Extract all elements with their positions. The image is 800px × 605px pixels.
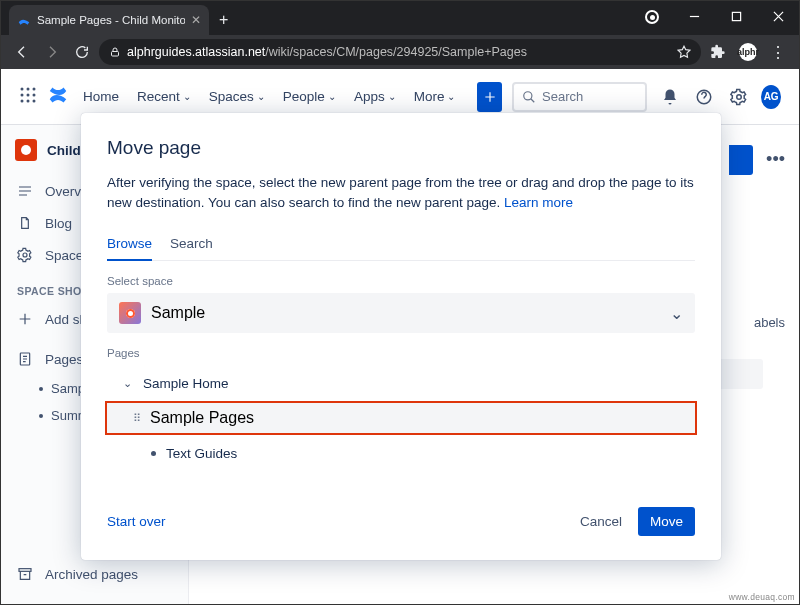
- drag-handle-icon[interactable]: ⠿: [133, 412, 142, 425]
- search-placeholder: Search: [542, 89, 583, 104]
- nav-people[interactable]: People⌄: [279, 83, 340, 110]
- svg-point-4: [33, 87, 36, 90]
- url-host: alphrguides.atlassian.net: [127, 45, 265, 59]
- svg-rect-1: [112, 52, 119, 57]
- svg-point-2: [21, 87, 24, 90]
- dialog-description: After verifying the space, select the ne…: [107, 173, 695, 212]
- svg-point-8: [21, 99, 24, 102]
- chevron-down-icon: ⌄: [328, 91, 336, 102]
- tree-item-selected-highlight: ⠿ Sample Pages: [105, 401, 697, 435]
- bookmark-star-icon[interactable]: [677, 45, 691, 59]
- browser-titlebar: Sample Pages - Child Monitoring ✕ +: [1, 1, 799, 35]
- nav-home[interactable]: Home: [79, 83, 123, 110]
- tab-title: Sample Pages - Child Monitoring: [37, 14, 185, 26]
- url-input[interactable]: alphrguides.atlassian.net/wiki/spaces/CM…: [99, 39, 701, 65]
- search-icon: [522, 90, 536, 104]
- watermark: www.deuaq.com: [729, 592, 795, 602]
- space-select[interactable]: Sample ⌄: [107, 293, 695, 333]
- page-tree: ⌄ Sample Home ⠿ Sample Pages Text Guides: [107, 367, 695, 469]
- selected-space-value: Sample: [151, 304, 205, 322]
- settings-gear-icon[interactable]: [727, 82, 752, 112]
- nav-apps[interactable]: Apps⌄: [350, 83, 400, 110]
- confluence-favicon: [17, 13, 31, 27]
- chevron-down-icon: ⌄: [183, 91, 191, 102]
- chevron-down-icon[interactable]: ⌄: [123, 377, 135, 390]
- svg-point-6: [27, 93, 30, 96]
- svg-point-5: [21, 93, 24, 96]
- select-space-label: Select space: [107, 275, 695, 287]
- browser-address-bar: alphrguides.atlassian.net/wiki/spaces/CM…: [1, 35, 799, 69]
- browser-menu-icon[interactable]: ⋮: [765, 39, 791, 65]
- move-button[interactable]: Move: [638, 507, 695, 536]
- tab-browse[interactable]: Browse: [107, 228, 152, 261]
- svg-point-3: [27, 87, 30, 90]
- cancel-button[interactable]: Cancel: [570, 508, 632, 535]
- nav-spaces[interactable]: Spaces⌄: [205, 83, 269, 110]
- reload-button[interactable]: [69, 39, 95, 65]
- dialog-title: Move page: [107, 137, 695, 159]
- move-page-dialog: Move page After verifying the space, sel…: [81, 113, 721, 560]
- notifications-icon[interactable]: [657, 82, 682, 112]
- tree-item-sample-home[interactable]: ⌄ Sample Home: [107, 367, 695, 399]
- svg-point-7: [33, 93, 36, 96]
- lock-icon: [109, 46, 121, 58]
- tree-item-text-guides[interactable]: Text Guides: [107, 437, 695, 469]
- nav-more[interactable]: More⌄: [410, 83, 460, 110]
- tab-close-icon[interactable]: ✕: [191, 13, 201, 27]
- bullet-icon: [151, 451, 156, 456]
- start-over-link[interactable]: Start over: [107, 514, 166, 529]
- pages-label: Pages: [107, 347, 695, 359]
- chevron-down-icon: ⌄: [670, 304, 683, 323]
- window-close-button[interactable]: [757, 1, 799, 31]
- svg-point-9: [27, 99, 30, 102]
- space-avatar-icon: [119, 302, 141, 324]
- url-path: /wiki/spaces/CM/pages/294925/Sample+Page…: [265, 45, 527, 59]
- back-button[interactable]: [9, 39, 35, 65]
- chevron-down-icon: ⌄: [257, 91, 265, 102]
- user-avatar[interactable]: AG: [761, 85, 781, 109]
- svg-point-10: [33, 99, 36, 102]
- window-maximize-button[interactable]: [715, 1, 757, 31]
- svg-point-13: [737, 94, 742, 99]
- profile-badge[interactable]: alphr: [735, 39, 761, 65]
- recording-indicator-icon: [645, 10, 659, 24]
- help-icon[interactable]: [692, 82, 717, 112]
- nav-recent[interactable]: Recent⌄: [133, 83, 195, 110]
- svg-point-11: [524, 91, 532, 99]
- tree-item-sample-pages[interactable]: ⠿ Sample Pages: [107, 403, 695, 433]
- search-input[interactable]: Search: [512, 82, 647, 112]
- learn-more-link[interactable]: Learn more: [504, 195, 573, 210]
- browser-tab[interactable]: Sample Pages - Child Monitoring ✕: [9, 5, 209, 35]
- tab-search[interactable]: Search: [170, 228, 213, 260]
- confluence-logo-icon[interactable]: [47, 84, 69, 110]
- forward-button[interactable]: [39, 39, 65, 65]
- create-button[interactable]: [477, 82, 502, 112]
- chevron-down-icon: ⌄: [388, 91, 396, 102]
- app-switcher-icon[interactable]: [19, 86, 37, 108]
- window-minimize-button[interactable]: [673, 1, 715, 31]
- new-tab-button[interactable]: +: [219, 11, 228, 29]
- extensions-icon[interactable]: [705, 39, 731, 65]
- svg-rect-0: [732, 12, 740, 20]
- chevron-down-icon: ⌄: [447, 91, 455, 102]
